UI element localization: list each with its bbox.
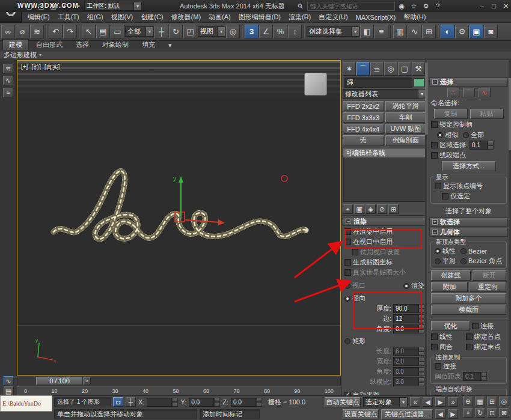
soft-selection-rollout-header[interactable]: + 软选择 — [429, 218, 508, 227]
alike-radio[interactable] — [437, 132, 443, 138]
thickness-value[interactable]: 90.0 — [393, 304, 418, 313]
rectangular-selection-region-icon[interactable]: ▭ — [111, 25, 124, 38]
selection-lock-icon[interactable]: ◘ — [113, 397, 123, 407]
search-input[interactable] — [307, 2, 395, 11]
bezier-radio[interactable] — [461, 248, 467, 254]
configure-modifier-sets-icon[interactable]: ⊞ — [388, 204, 399, 214]
bind-last-row[interactable]: 绑定末点 — [466, 342, 506, 352]
selection-filter-dropdown[interactable]: 全部 ▾ — [125, 26, 154, 37]
hierarchy-panel-icon[interactable]: ≣ — [370, 62, 384, 76]
show-vertex-numbers-checkbox[interactable] — [435, 183, 441, 189]
time-slider-thumb[interactable]: 0 / 100 — [36, 377, 83, 385]
pan-view-icon[interactable]: ⌖ — [463, 408, 473, 418]
go-to-start-icon[interactable]: « — [410, 397, 420, 407]
modifier-stack[interactable]: 可编辑样条线 — [343, 148, 426, 202]
bind-first-row[interactable]: 绑定首点 — [466, 332, 506, 341]
linear2-row[interactable]: 线性 — [431, 332, 462, 341]
rendered-frame-window-icon[interactable]: ▣ — [470, 25, 483, 38]
maximize-viewport-icon[interactable]: ⊠ — [499, 408, 509, 418]
render-production-icon[interactable]: ◙ — [484, 25, 498, 38]
unlink-selection-icon[interactable]: ⌀ — [16, 25, 29, 38]
all-radio[interactable] — [463, 132, 469, 138]
menu-modifiers[interactable]: 修改器(M) — [171, 13, 201, 22]
modifier-list-dropdown[interactable]: 修改器列表 ▾ — [343, 89, 426, 99]
modifier-btn-bevel-profile[interactable]: 倒角剖面 — [385, 135, 427, 145]
menu-help[interactable]: 帮助(H) — [403, 13, 426, 22]
closed-row[interactable]: 闭合 — [431, 342, 462, 352]
z-coordinate-spinner[interactable]: 0.0 — [231, 398, 262, 407]
align-icon[interactable]: ≡ — [375, 25, 388, 38]
modify-panel-icon[interactable]: ⌒ — [356, 62, 370, 76]
menu-views[interactable]: 视图(V) — [111, 13, 133, 22]
modifier-btn-ffd-2x2x2[interactable]: FFD 2x2x2 — [343, 101, 384, 111]
alike-radio-row[interactable]: 相似 — [437, 130, 458, 139]
geometry-rollout-header[interactable]: − 几何体 — [429, 228, 508, 237]
spin-up-icon[interactable] — [172, 398, 178, 403]
object-color-swatch[interactable] — [414, 78, 424, 87]
all-radio-row[interactable]: 全部 — [463, 130, 484, 139]
spin-down-icon[interactable] — [418, 319, 424, 324]
paste-button[interactable]: 粘贴 — [470, 109, 504, 119]
renderer-radio-row[interactable]: 渲染 — [403, 281, 424, 290]
create-panel-icon[interactable]: ✶ — [343, 62, 356, 76]
menu-edit[interactable]: 编辑(E) — [28, 13, 50, 22]
freeform-wave1-icon[interactable]: ≋ — [3, 64, 13, 73]
rectangular-radio[interactable] — [344, 338, 350, 344]
named-selection-set-dropdown[interactable]: 创建选择集 ▾ — [307, 26, 360, 37]
angle-value[interactable]: 0.0 — [393, 324, 418, 333]
spin-up-icon[interactable] — [488, 141, 494, 145]
tab-modeling[interactable]: 建模 — [2, 39, 29, 50]
connect-check-row[interactable]: 连接 — [472, 321, 506, 330]
enable-in-renderer-checkbox[interactable] — [344, 228, 351, 235]
selected-only-row[interactable]: 仅选定 — [432, 191, 505, 201]
menu-rendering[interactable]: 渲染(R) — [289, 13, 311, 22]
object-name-field[interactable]: 绳 — [344, 78, 412, 88]
enable-in-viewport-row[interactable]: 在视口中启用 — [342, 237, 427, 247]
copy-button[interactable]: 复制 — [434, 109, 468, 119]
use-pivot-point-icon[interactable]: ◎ — [226, 25, 240, 38]
radial-radio-row[interactable]: 径向 — [342, 293, 427, 303]
play-animation-icon[interactable]: ▶ — [435, 397, 445, 407]
menu-animation[interactable]: 动画(A) — [209, 13, 231, 22]
render-setup-icon[interactable]: ⚙ — [455, 25, 469, 38]
panel2-scrollbar[interactable] — [509, 60, 511, 395]
bezier-corner-radio-row[interactable]: Bezier 角点 — [461, 257, 502, 266]
smooth-radio[interactable] — [435, 258, 441, 264]
absolute-offset-mode-icon[interactable]: ┼ — [126, 397, 136, 407]
select-by-name-icon[interactable]: ▤ — [96, 25, 110, 38]
schematic-view-icon[interactable]: ⊞ — [422, 25, 436, 38]
generate-mapping-row[interactable]: 生成贴图坐标 — [342, 257, 427, 267]
favorites-icon[interactable]: ☆ — [409, 1, 419, 11]
spin-up-icon[interactable] — [418, 314, 424, 319]
modifier-btn-shell[interactable]: 壳 — [343, 135, 384, 145]
smooth-radio-row[interactable]: 平滑 — [435, 257, 456, 266]
next-frame-arrow-icon[interactable]: > — [83, 377, 91, 385]
previous-frame-icon[interactable]: ◀ — [423, 397, 433, 407]
radial-radio[interactable] — [344, 296, 350, 302]
connect-checkbox[interactable] — [472, 323, 479, 329]
selected-filter-dropdown[interactable]: 选定对象 ▾ — [363, 397, 408, 407]
modifier-btn-turbosmooth[interactable]: 涡轮平滑 — [385, 101, 427, 111]
show-end-result-icon[interactable]: ▣ — [354, 204, 364, 214]
bind-to-space-warp-icon[interactable]: ≋ — [30, 25, 44, 38]
spin-down-icon[interactable] — [418, 329, 424, 334]
bind-last-checkbox[interactable] — [466, 344, 473, 350]
help-icon[interactable]: ? — [433, 1, 443, 11]
time-slider[interactable]: 0 / 100 > — [17, 376, 341, 386]
selected-only-checkbox[interactable] — [442, 193, 448, 199]
area-selection-spinner[interactable]: 0.1 — [470, 141, 494, 150]
add-time-tag-field[interactable]: 添加时间标记 — [200, 409, 260, 419]
select-and-scale-icon[interactable]: ◰ — [183, 25, 197, 38]
segment-subobject-icon[interactable]: ⌒ — [463, 88, 475, 97]
zoom-region-icon[interactable]: ⊡ — [487, 408, 497, 418]
select-and-link-icon[interactable]: ∞ — [1, 25, 15, 38]
sides-value[interactable]: 12 — [393, 314, 418, 323]
close-window-icon[interactable]: ✕ — [501, 1, 511, 11]
tab-object-paint[interactable]: 对象绘制 — [96, 40, 135, 50]
y-coordinate-spinner[interactable]: 0.0 — [189, 398, 220, 407]
settings-icon[interactable]: ⚙ — [421, 1, 431, 11]
menu-graph-editors[interactable]: 图形编辑器(D) — [239, 13, 281, 22]
spin-up-icon[interactable] — [256, 398, 262, 403]
redo-scene-icon[interactable]: ↷ — [63, 25, 77, 38]
thickness-spinner[interactable]: 90.0 — [393, 304, 424, 313]
